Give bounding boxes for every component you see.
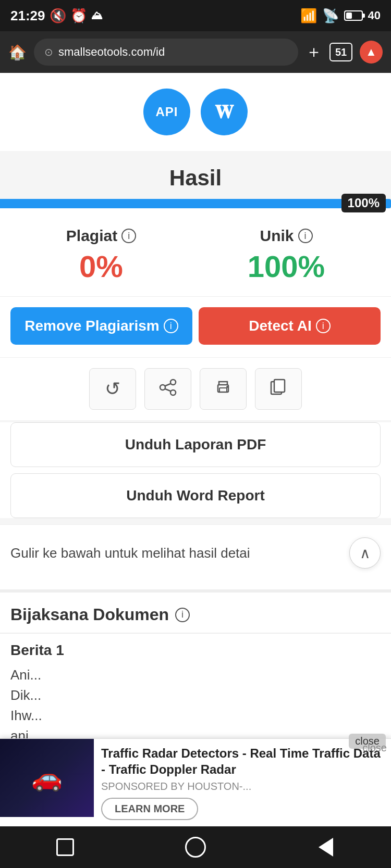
svg-line-3 bbox=[165, 384, 170, 386]
action-buttons: Remove Plagiarism i Detect AI i bbox=[0, 297, 391, 357]
signal-icon: 📶 bbox=[300, 8, 317, 24]
api-label: API bbox=[155, 105, 178, 119]
home-button[interactable]: 🏠 bbox=[8, 44, 27, 61]
print-button[interactable] bbox=[200, 368, 247, 410]
ad-overlay: 🚗 close Traffic Radar Detectors - Real T… bbox=[0, 738, 391, 826]
browser-actions: ＋ 51 ▲ bbox=[306, 41, 383, 64]
back-icon bbox=[319, 838, 333, 857]
download-word-button[interactable]: Unduh Word Report bbox=[10, 473, 381, 518]
progress-label: 100% bbox=[341, 194, 386, 212]
api-icon-button[interactable]: API bbox=[143, 89, 190, 135]
unique-value: 100% bbox=[248, 249, 325, 284]
status-bar: 21:29 🔇 ⏰ ⛰ 📶 📡 40 bbox=[0, 0, 391, 31]
bottom-home-button[interactable] bbox=[180, 834, 211, 860]
print-icon bbox=[214, 378, 233, 400]
unique-stat: Unik i 100% bbox=[248, 227, 325, 284]
ad-image-inner: 🚗 bbox=[0, 739, 94, 817]
wifi-icon: 📡 bbox=[322, 8, 339, 24]
bijaksana-section: Bijaksana Dokumen i bbox=[0, 589, 391, 634]
detect-ai-info-icon: i bbox=[316, 319, 331, 333]
remove-plagiarism-info-icon: i bbox=[164, 319, 178, 333]
status-left: 21:29 🔇 ⏰ ⛰ bbox=[10, 8, 103, 24]
url-text: smallseotools.com/id bbox=[58, 45, 288, 59]
bottom-square-button[interactable] bbox=[50, 834, 81, 860]
svg-point-1 bbox=[160, 385, 165, 390]
wp-label: 𝐖 bbox=[215, 101, 234, 123]
stop-icon bbox=[56, 838, 74, 856]
download-pdf-button[interactable]: Unduh Laporan PDF bbox=[10, 422, 381, 467]
remove-plagiarism-button[interactable]: Remove Plagiarism i bbox=[10, 307, 192, 345]
progress-container: 100% bbox=[0, 199, 391, 208]
tool-icons-row: ↺ bbox=[0, 357, 391, 420]
profile-button[interactable]: ▲ bbox=[360, 41, 383, 64]
stats-row: Plagiat i 0% Unik i 100% bbox=[0, 208, 391, 297]
share-icon bbox=[158, 378, 177, 400]
ad-image: 🚗 bbox=[0, 739, 94, 817]
results-section: Hasil 100% Plagiat i 0% Unik i bbox=[0, 151, 391, 581]
berita-title: Berita 1 bbox=[10, 642, 381, 659]
svg-rect-9 bbox=[274, 380, 285, 392]
app-icon: ⛰ bbox=[91, 9, 103, 22]
svg-point-2 bbox=[170, 390, 176, 395]
copy-button[interactable] bbox=[255, 368, 302, 410]
bijaksana-title: Bijaksana Dokumen i bbox=[10, 605, 381, 624]
url-icon: ⊙ bbox=[44, 46, 53, 58]
progress-bar-bg bbox=[0, 199, 391, 208]
plagiat-info-icon[interactable]: i bbox=[121, 229, 136, 243]
status-right: 📶 📡 40 bbox=[300, 8, 381, 24]
time-display: 21:29 bbox=[10, 8, 45, 24]
download-section: Unduh Laporan PDF Unduh Word Report bbox=[0, 422, 391, 518]
unique-info-icon[interactable]: i bbox=[298, 229, 313, 243]
chevron-up-icon: ∧ bbox=[360, 545, 371, 562]
browser-bar: 🏠 ⊙ smallseotools.com/id ＋ 51 ▲ bbox=[0, 31, 391, 73]
bottom-bar bbox=[0, 826, 391, 868]
battery-percent: 40 bbox=[368, 9, 381, 22]
profile-arrow-icon: ▲ bbox=[365, 45, 377, 59]
copy-icon bbox=[269, 378, 288, 400]
share-button[interactable] bbox=[144, 368, 191, 410]
battery-fill bbox=[346, 12, 352, 19]
mute-icon: 🔇 bbox=[50, 8, 66, 24]
svg-line-4 bbox=[165, 389, 170, 391]
bottom-back-button[interactable] bbox=[310, 834, 341, 860]
wordpress-icon-button[interactable]: 𝐖 bbox=[201, 89, 248, 135]
scroll-up-button[interactable]: ∧ bbox=[349, 537, 381, 569]
undo-button[interactable]: ↺ bbox=[89, 368, 136, 410]
plagiat-value: 0% bbox=[66, 249, 136, 284]
new-tab-button[interactable]: ＋ bbox=[306, 41, 322, 64]
close-icon: close bbox=[362, 742, 387, 753]
results-title: Hasil bbox=[0, 151, 391, 199]
ad-title: Traffic Radar Detectors - Real Time Traf… bbox=[101, 745, 384, 777]
plagiat-stat: Plagiat i 0% bbox=[66, 227, 136, 284]
plagiat-label: Plagiat i bbox=[66, 227, 136, 245]
unique-label: Unik i bbox=[248, 227, 325, 245]
bijaksana-info-icon[interactable]: i bbox=[175, 608, 190, 622]
home-circle-icon bbox=[185, 837, 206, 858]
alarm-icon: ⏰ bbox=[70, 8, 87, 24]
ad-sponsor: SPONSORED BY HOUSTON-... bbox=[101, 781, 384, 792]
detect-ai-button[interactable]: Detect AI i bbox=[199, 307, 381, 345]
undo-icon: ↺ bbox=[105, 378, 120, 400]
battery-icon bbox=[344, 10, 363, 21]
svg-point-7 bbox=[226, 386, 228, 388]
page-content: API 𝐖 Hasil 100% Plagiat i 0% bbox=[0, 73, 391, 785]
scroll-hint-bar: Gulir ke bawah untuk melihat hasil detai… bbox=[0, 524, 391, 581]
progress-bar-fill bbox=[0, 199, 391, 208]
learn-more-button[interactable]: LEARN MORE bbox=[101, 798, 198, 820]
tabs-count[interactable]: 51 bbox=[329, 43, 352, 61]
svg-point-0 bbox=[170, 380, 176, 385]
icons-section: API 𝐖 bbox=[0, 73, 391, 151]
ad-content: close Traffic Radar Detectors - Real Tim… bbox=[94, 739, 391, 826]
scroll-hint-text: Gulir ke bawah untuk melihat hasil detai bbox=[10, 545, 250, 561]
url-bar[interactable]: ⊙ smallseotools.com/id bbox=[34, 39, 298, 66]
ad-close-button[interactable]: close bbox=[362, 742, 387, 754]
